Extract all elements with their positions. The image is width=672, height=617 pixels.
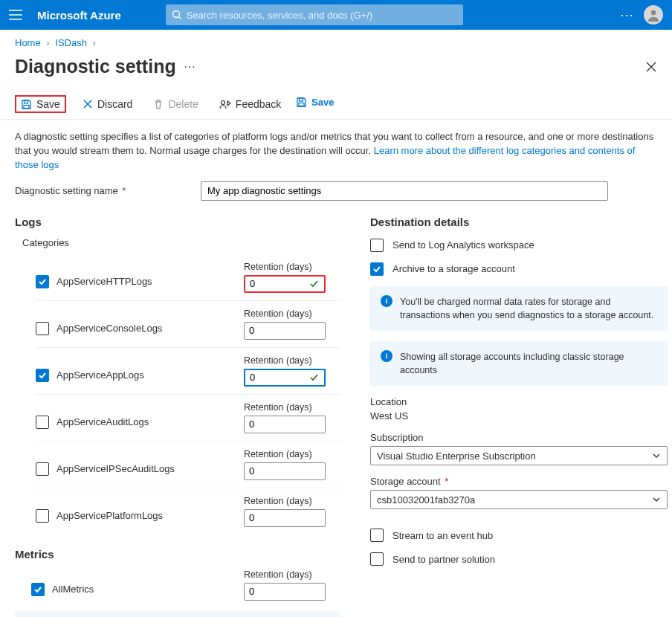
top-right-actions: ⋯ [620,5,663,25]
save-icon [296,97,307,108]
storage-label-wrap: Storage account * [370,476,668,487]
logs-column: Logs Categories AppServiceHTTPLogs Reten… [15,216,340,617]
columns: Logs Categories AppServiceHTTPLogs Reten… [15,216,657,617]
search-input-wrapper[interactable] [166,4,463,25]
category-row: AppServiceIPSecAuditLogs Retention (days… [36,441,340,488]
chevron-down-icon [652,451,661,460]
retention-input-wrap [244,416,326,433]
category-checkbox[interactable] [36,322,49,335]
retention-input-wrap [244,369,326,387]
classic-info-box: Showing all storage accounts including c… [370,341,668,386]
category-row: AppServiceAuditLogs Retention (days) [36,394,340,441]
chevron-right-icon: › [46,37,49,48]
retention-label: Retention (days) [244,308,340,319]
search-input[interactable] [187,10,457,21]
dest-partner-row: Send to partner solution [370,552,668,566]
partner-checkbox[interactable] [370,552,384,566]
retention-input[interactable] [249,512,301,523]
breadcrumb: Home › ISDash › [0,30,672,53]
feedback-label: Feedback [236,98,281,110]
feedback-button[interactable]: Feedback [215,95,285,113]
retention-input-wrap [244,322,326,340]
svg-rect-12 [386,355,387,358]
check-icon [309,279,320,289]
category-checkbox[interactable] [36,416,49,429]
delete-button[interactable]: Delete [149,95,202,113]
menu-icon[interactable] [9,10,30,20]
category-label: AppServiceIPSecAuditLogs [56,463,175,474]
setting-name-input[interactable] [201,181,608,201]
more-icon[interactable]: ⋯ [620,7,633,23]
subscription-select[interactable]: Visual Studio Enterprise Subscription [370,446,668,465]
close-icon[interactable] [645,61,657,73]
category-label: AppServiceAuditLogs [56,416,149,427]
classic-info-text: Showing all storage accounts including c… [400,350,657,377]
retention-input[interactable] [249,419,301,430]
svg-point-11 [386,353,387,355]
category-checkbox[interactable] [36,275,49,288]
archive-storage-checkbox[interactable] [370,262,384,276]
retention-input[interactable] [249,465,301,477]
subscription-value: Visual Studio Enterprise Subscription [377,450,536,462]
callout-save: Save [296,97,334,108]
retention-input[interactable] [250,278,302,289]
discard-label: Discard [97,98,132,110]
metric-label: AllMetrics [52,584,94,595]
eventhub-checkbox[interactable] [370,529,384,542]
category-checkbox[interactable] [36,462,49,476]
retention-input[interactable] [249,325,301,336]
retention-input-wrap [244,583,326,601]
retention-input[interactable] [250,372,302,383]
category-label: AppServiceConsoleLogs [56,323,162,334]
retention-label: Retention (days) [244,569,340,580]
top-bar: Microsoft Azure ⋯ [0,0,672,30]
retention-input[interactable] [249,586,301,597]
check-icon [309,372,320,383]
avatar[interactable] [644,5,663,25]
category-row: AppServiceHTTPLogs Retention (days) [36,254,340,300]
retention-input-wrap [244,462,326,480]
dest-archive-row: Archive to a storage account [370,262,668,276]
delete-label: Delete [168,98,198,110]
subscription-label: Subscription [370,432,668,443]
svg-point-6 [221,101,224,105]
save-icon [21,99,32,110]
setting-name-label-wrap: Diagnostic setting name * [15,185,201,196]
svg-point-1 [651,10,656,15]
log-analytics-label: Send to Log Analytics workspace [392,239,534,251]
svg-rect-3 [299,103,304,107]
retention-info-box: Retention only applies to storage accoun… [15,611,340,617]
content: A diagnostic setting specifies a list of… [0,120,672,617]
breadcrumb-home[interactable]: Home [15,37,41,48]
breadcrumb-item[interactable]: ISDash [55,37,87,48]
logs-heading: Logs [15,216,340,228]
storage-select[interactable]: csb10032001fab3270a [370,490,668,509]
info-icon [381,295,392,307]
retention-label: Retention (days) [244,449,340,459]
retention-input-wrap [244,509,326,527]
metric-checkbox[interactable] [31,583,45,596]
svg-point-0 [172,11,179,18]
setting-name-label: Diagnostic setting name [15,185,118,196]
category-label: AppServicePlatformLogs [56,510,163,521]
page-title: Diagnostic setting [15,56,176,77]
category-checkbox[interactable] [36,369,49,382]
category-checkbox[interactable] [36,509,49,523]
log-analytics-checkbox[interactable] [370,239,384,252]
x-icon [83,99,93,109]
callout-save-label: Save [311,97,334,108]
required-indicator: * [442,476,449,487]
save-button[interactable]: Save [15,95,66,113]
metrics-heading: Metrics [15,548,340,561]
metrics-list: AllMetrics Retention (days) [15,569,340,601]
intro-text: A diagnostic setting specifies a list of… [15,130,657,172]
partner-label: Send to partner solution [392,554,495,565]
retention-input-wrap [244,275,326,293]
retention-label: Retention (days) [244,496,340,506]
retention-label: Retention (days) [244,262,340,272]
toolbar: Save Discard Delete Feedback [0,89,672,120]
categories-label: Categories [22,237,340,248]
page-more-icon[interactable]: ⋯ [184,59,196,74]
save-label: Save [36,98,60,110]
discard-button[interactable]: Discard [78,95,137,113]
